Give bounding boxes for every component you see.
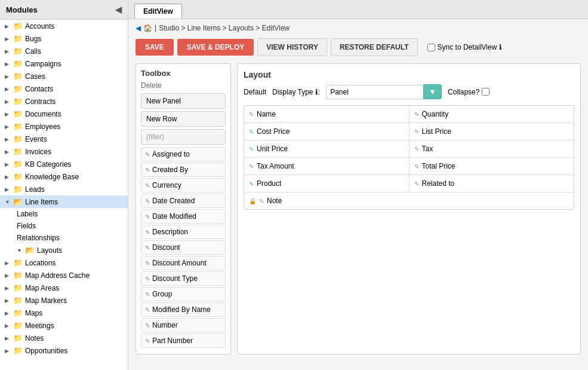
- panel-dropdown-button[interactable]: ▼: [423, 84, 442, 99]
- field-label-created-by: Created By: [152, 166, 188, 174]
- toolbox-field-number[interactable]: ✎ Number: [141, 318, 226, 332]
- sidebar-item-leads[interactable]: ▶ 📁 Leads: [0, 183, 128, 195]
- expand-icon: ▶: [5, 124, 11, 130]
- edit-icon[interactable]: ✎: [249, 129, 254, 135]
- layout-panel: Layout Default Display Type ℹ: ▼ Collaps…: [237, 63, 581, 354]
- layout-cell-tax-amount: ✎ Tax Amount: [244, 158, 410, 175]
- sidebar-item-map-areas[interactable]: ▶ 📁 Map Areas: [0, 282, 128, 294]
- toolbox-field-date-created[interactable]: ✎ Date Created: [141, 194, 226, 208]
- sidebar-label-map-address-cache: Map Address Cache: [25, 271, 90, 280]
- sidebar-item-knowledge-base[interactable]: ▶ 📁 Knowledge Base: [0, 170, 128, 183]
- layout-cell-cost-price: ✎ Cost Price: [244, 123, 410, 140]
- sync-to-detail-view-label[interactable]: Sync to DetailView ℹ: [427, 43, 503, 51]
- cell-list-price-label: List Price: [422, 127, 451, 136]
- field-label-date-created: Date Created: [152, 197, 195, 205]
- edit-icon[interactable]: ✎: [249, 111, 254, 118]
- toolbox-field-assigned-to[interactable]: ✎ Assigned to: [141, 147, 226, 161]
- panel-select[interactable]: [326, 85, 423, 99]
- sidebar-item-line-items[interactable]: ▼ 📂 Line Items: [0, 195, 128, 208]
- edit-icon[interactable]: ✎: [414, 163, 419, 170]
- sidebar-item-employees[interactable]: ▶ 📁 Employees: [0, 120, 128, 133]
- toolbox-field-description[interactable]: ✎ Description: [141, 225, 226, 239]
- field-label-discount-type: Discount Type: [152, 274, 198, 283]
- sidebar-label-meetings: Meetings: [25, 322, 54, 330]
- sidebar-item-cases[interactable]: ▶ 📁 Cases: [0, 70, 128, 82]
- sidebar-item-invoices[interactable]: ▶ 📁 Invoices: [0, 145, 128, 158]
- back-arrow-icon[interactable]: ◀: [136, 24, 141, 32]
- sidebar-item-map-address-cache[interactable]: ▶ 📁 Map Address Cache: [0, 269, 128, 282]
- breadcrumb-separator: |: [155, 24, 156, 32]
- view-history-button[interactable]: VIEW HISTORY: [257, 38, 327, 56]
- collapse-label: Collapse?: [448, 88, 479, 96]
- edit-icon[interactable]: ✎: [259, 198, 264, 204]
- expand-icon: ▼: [5, 199, 11, 205]
- sidebar-item-events[interactable]: ▶ 📁 Events: [0, 133, 128, 145]
- sidebar-item-documents[interactable]: ▶ 📁 Documents: [0, 108, 128, 120]
- sidebar-item-map-markers[interactable]: ▶ 📁 Map Markers: [0, 294, 128, 307]
- new-row-button[interactable]: New Row: [141, 111, 226, 127]
- toolbox-field-group[interactable]: ✎ Group: [141, 287, 226, 301]
- edit-icon[interactable]: ✎: [249, 181, 254, 187]
- edit-icon[interactable]: ✎: [414, 146, 419, 152]
- expand-icon: ▶: [5, 99, 11, 105]
- folder-closed-icon: 📁: [13, 84, 23, 93]
- sidebar-item-locations[interactable]: ▶ 📁 Locations: [0, 256, 128, 269]
- toolbox-field-date-modified[interactable]: ✎ Date Modified: [141, 209, 226, 224]
- toolbox-field-created-by[interactable]: ✎ Created By: [141, 163, 226, 177]
- sidebar-item-campaigns[interactable]: ▶ 📁 Campaigns: [0, 57, 128, 70]
- delete-label: Delete: [141, 81, 226, 90]
- edit-icon[interactable]: ✎: [414, 181, 419, 187]
- folder-closed-icon: 📁: [13, 134, 23, 143]
- layout-cell-quantity: ✎ Quantity: [410, 106, 574, 123]
- sidebar-item-bugs[interactable]: ▶ 📁 Bugs: [0, 32, 128, 45]
- sidebar-item-meetings[interactable]: ▶ 📁 Meetings: [0, 319, 128, 332]
- collapse-checkbox[interactable]: [482, 88, 490, 96]
- expand-icon: ▶: [5, 161, 11, 167]
- tab-editview[interactable]: EditView: [134, 4, 182, 19]
- save-deploy-button[interactable]: SAVE & DEPLOY: [177, 39, 254, 56]
- field-drag-icon: ✎: [145, 198, 150, 204]
- sidebar-item-contacts[interactable]: ▶ 📁 Contacts: [0, 82, 128, 95]
- edit-icon[interactable]: ✎: [414, 111, 419, 118]
- lock-icon[interactable]: 🔒: [249, 198, 256, 204]
- sidebar-item-fields[interactable]: Fields: [0, 220, 128, 232]
- toolbox-field-discount[interactable]: ✎ Discount: [141, 240, 226, 255]
- restore-default-button[interactable]: RESTORE DEFAULT: [331, 38, 418, 56]
- sync-to-detail-view-checkbox[interactable]: [427, 44, 435, 51]
- field-drag-icon: ✎: [145, 229, 150, 236]
- toolbox-field-currency[interactable]: ✎ Currency: [141, 178, 226, 192]
- field-label-number: Number: [152, 321, 178, 329]
- folder-closed-icon: 📁: [13, 321, 23, 330]
- sidebar-item-kb-categories[interactable]: ▶ 📁 KB Categories: [0, 158, 128, 170]
- sidebar-item-layouts[interactable]: ▼ 📂 Layouts: [0, 244, 128, 256]
- edit-icon[interactable]: ✎: [249, 163, 254, 170]
- sidebar-item-relationships[interactable]: Relationships: [0, 232, 128, 244]
- sidebar-item-contracts[interactable]: ▶ 📁 Contracts: [0, 95, 128, 108]
- field-drag-icon: ✎: [145, 151, 150, 158]
- main-content: EditView ◀ 🏠 | Studio > Line Items > Lay…: [128, 0, 588, 370]
- sidebar-item-accounts[interactable]: ▶ 📁 Accounts: [0, 20, 128, 32]
- home-icon[interactable]: 🏠: [143, 24, 152, 32]
- folder-closed-icon: 📁: [13, 97, 23, 106]
- edit-icon[interactable]: ✎: [249, 146, 254, 152]
- expand-icon: ▶: [5, 74, 11, 79]
- sync-info-icon[interactable]: ℹ: [499, 43, 502, 51]
- toolbox-field-discount-type[interactable]: ✎ Discount Type: [141, 271, 226, 286]
- sidebar-item-labels[interactable]: Labels: [0, 208, 128, 220]
- new-panel-button[interactable]: New Panel: [141, 93, 226, 109]
- edit-icon[interactable]: ✎: [414, 129, 419, 135]
- sidebar-item-maps[interactable]: ▶ 📁 Maps: [0, 307, 128, 319]
- sidebar-item-calls[interactable]: ▶ 📁 Calls: [0, 45, 128, 57]
- sidebar-item-opportunities[interactable]: ▶ 📁 Opportunities: [0, 344, 128, 357]
- toolbox-field-discount-amount[interactable]: ✎ Discount Amount: [141, 256, 226, 270]
- sidebar-item-notes[interactable]: ▶ 📁 Notes: [0, 332, 128, 344]
- sidebar-collapse-button[interactable]: ◀: [115, 5, 122, 14]
- field-label-discount-amount: Discount Amount: [152, 259, 207, 267]
- field-drag-icon: ✎: [145, 167, 150, 173]
- cell-name-label: Name: [257, 110, 276, 118]
- save-button[interactable]: SAVE: [136, 39, 174, 56]
- toolbox-field-part-number[interactable]: ✎ Part Number: [141, 334, 226, 348]
- sidebar-label-locations: Locations: [25, 259, 56, 267]
- toolbox-field-modified-by-name[interactable]: ✎ Modified By Name: [141, 302, 226, 317]
- expand-icon: ▼: [17, 247, 23, 253]
